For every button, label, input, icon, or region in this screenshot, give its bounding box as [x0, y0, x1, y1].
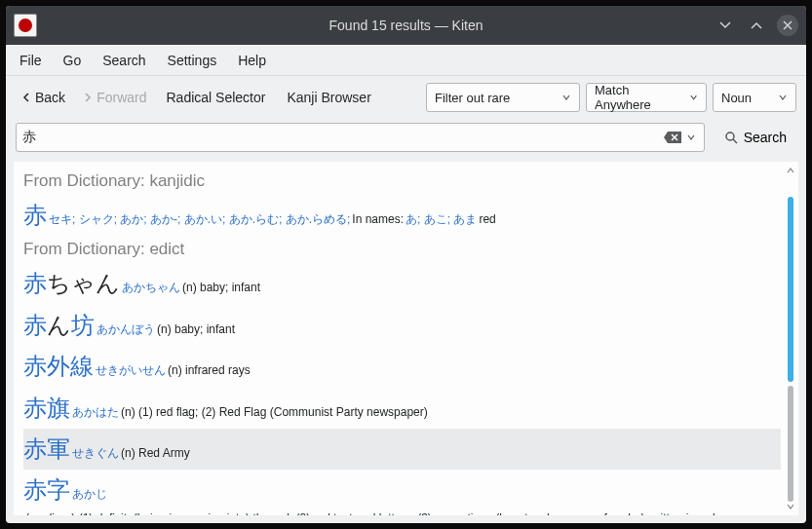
- search-icon: [724, 131, 738, 144]
- reading: あかはた: [72, 403, 119, 422]
- minimize-button[interactable]: [715, 15, 736, 36]
- scroll-down-icon[interactable]: [786, 502, 795, 511]
- headword: 赤外線: [23, 348, 94, 385]
- history-dropdown-icon[interactable]: [686, 132, 698, 142]
- scroll-up-icon[interactable]: [786, 166, 795, 175]
- app-icon: [14, 14, 37, 37]
- reading: せきがいせん: [96, 361, 166, 380]
- definition: (n) baby; infant: [182, 279, 260, 297]
- menu-settings[interactable]: Settings: [168, 53, 217, 68]
- scrollbar-thumb[interactable]: [788, 197, 793, 382]
- svg-point-0: [726, 132, 734, 140]
- dict-header-kanjidic: From Dictionary: kanjidic: [23, 171, 781, 191]
- search-button[interactable]: Search: [715, 126, 796, 149]
- back-button[interactable]: Back: [16, 86, 71, 109]
- name-readings: あ; あこ; あま: [406, 210, 477, 229]
- menu-go[interactable]: Go: [63, 53, 82, 68]
- edict-entry[interactable]: 赤字 あかじ (n,adj-no) (1) deficit; (being in…: [23, 470, 781, 515]
- headword: 赤軍: [23, 431, 70, 468]
- reading: あかじ: [72, 485, 107, 504]
- headword: 赤字: [23, 472, 70, 509]
- search-input-wrap: [16, 123, 705, 152]
- scrollbar-vertical[interactable]: [785, 166, 796, 511]
- menu-help[interactable]: Help: [238, 53, 266, 68]
- headword: 赤: [23, 197, 47, 234]
- edict-entry[interactable]: 赤軍 せきぐん (n) Red Army: [23, 429, 781, 470]
- close-button[interactable]: [777, 15, 798, 36]
- edict-entry[interactable]: 赤ん坊 あかんぼう (n) baby; infant: [23, 305, 781, 346]
- maximize-button[interactable]: [746, 15, 767, 36]
- results-area: From Dictionary: kanjidic赤 セキ; シャク; あか; …: [14, 162, 798, 515]
- definition: (n) baby; infant: [157, 321, 235, 339]
- names-label: In names:: [352, 210, 404, 229]
- definition: (n) (1) red flag; (2) Red Flag (Communis…: [121, 403, 428, 422]
- menubar: File Go Search Settings Help: [6, 45, 806, 76]
- reading: せきぐん: [72, 444, 119, 463]
- chevron-down-icon: [689, 93, 698, 102]
- headword: 赤ちゃん: [23, 265, 120, 302]
- reading: あかんぼう: [97, 321, 155, 339]
- match-dropdown[interactable]: Match Anywhere: [586, 83, 707, 112]
- pos-dropdown[interactable]: Noun: [713, 83, 796, 112]
- scrollbar-track[interactable]: [788, 175, 793, 502]
- definition: (n) infrared rays: [168, 361, 251, 380]
- toolbar: Back Forward Radical Selector Kanji Brow…: [6, 76, 806, 119]
- definition: (n) Red Army: [121, 444, 190, 463]
- headword: 赤ん坊: [23, 307, 95, 344]
- window-title: Found 15 results — Kiten: [329, 18, 483, 33]
- search-button-label: Search: [744, 130, 787, 145]
- results-scroll[interactable]: From Dictionary: kanjidic赤 セキ; シャク; あか; …: [14, 162, 798, 515]
- forward-label: Forward: [97, 90, 146, 105]
- definition: (n,adj-no) (1) deficit; (being in or goi…: [25, 510, 715, 515]
- search-input[interactable]: [22, 130, 663, 145]
- menu-file[interactable]: File: [19, 53, 42, 68]
- back-label: Back: [35, 90, 65, 105]
- reading: あかちゃん: [122, 279, 180, 297]
- titlebar: Found 15 results — Kiten: [6, 6, 806, 45]
- kanjidic-entry[interactable]: 赤 セキ; シャク; あか; あか-; あか.い; あか.らむ; あか.らめる;…: [23, 195, 781, 236]
- radical-selector-button[interactable]: Radical Selector: [158, 86, 273, 109]
- menu-search[interactable]: Search: [102, 53, 145, 68]
- filter-value: Filter out rare: [435, 91, 510, 105]
- window-controls: [715, 15, 798, 36]
- clear-icon[interactable]: [663, 130, 682, 145]
- headword: 赤旗: [23, 390, 70, 427]
- edict-entry[interactable]: 赤ちゃん あかちゃん (n) baby; infant: [23, 263, 781, 304]
- match-value: Match Anywhere: [595, 83, 681, 112]
- dict-header-edict: From Dictionary: edict: [23, 240, 781, 259]
- definition: red: [479, 210, 495, 229]
- app-window: Found 15 results — Kiten File Go Search …: [6, 6, 806, 523]
- searchbar: Search: [6, 119, 806, 162]
- chevron-down-icon: [561, 93, 571, 102]
- kanji-browser-button[interactable]: Kanji Browser: [279, 86, 378, 109]
- chevron-down-icon: [778, 93, 788, 102]
- edict-entry[interactable]: 赤外線 せきがいせん (n) infrared rays: [23, 346, 781, 387]
- edict-entry[interactable]: 赤旗 あかはた (n) (1) red flag; (2) Red Flag (…: [23, 388, 781, 429]
- forward-button[interactable]: Forward: [77, 86, 152, 109]
- readings: セキ; シャク; あか; あか-; あか.い; あか.らむ; あか.らめる;: [49, 210, 350, 229]
- pos-value: Noun: [721, 91, 752, 105]
- filter-dropdown[interactable]: Filter out rare: [426, 83, 580, 112]
